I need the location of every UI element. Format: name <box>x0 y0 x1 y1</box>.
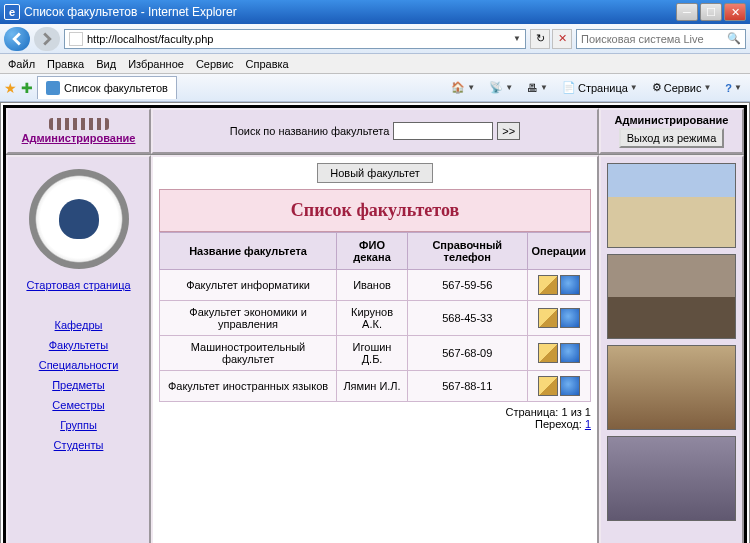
col-phone: Справочный телефон <box>407 233 527 270</box>
print-icon: 🖶 <box>527 82 538 94</box>
arrow-right-icon <box>40 32 54 46</box>
address-bar[interactable]: ▼ <box>64 29 526 49</box>
page-favicon-icon <box>69 32 83 46</box>
cmd-print-button[interactable]: 🖶▼ <box>523 80 552 96</box>
search-panel: Поиск по названию факультета >> <box>151 108 599 154</box>
nav-back-button[interactable] <box>4 27 30 51</box>
edit-icon[interactable] <box>538 308 558 328</box>
chain-icon <box>49 118 109 130</box>
menu-favorites[interactable]: Избранное <box>122 56 190 72</box>
window-maximize-button[interactable]: ☐ <box>700 3 722 21</box>
cell-ops <box>527 301 590 336</box>
cmd-page-button[interactable]: 📄Страница▼ <box>558 79 642 96</box>
delete-icon[interactable] <box>560 343 580 363</box>
sidebar-photo-3 <box>607 345 736 430</box>
sidebar-photo-4 <box>607 436 736 521</box>
col-dean: ФИО декана <box>337 233 408 270</box>
cell-phone: 568-45-33 <box>407 301 527 336</box>
col-ops: Операции <box>527 233 590 270</box>
faculty-search-input[interactable] <box>393 122 493 140</box>
window-minimize-button[interactable]: ─ <box>676 3 698 21</box>
table-row: Машиностроительный факультетИгошин Д.Б.5… <box>160 336 591 371</box>
address-input[interactable] <box>87 33 509 45</box>
pager-page-info: Страница: 1 из 1 <box>505 406 591 418</box>
admin-mode-title: Администрирование <box>615 114 729 126</box>
cmd-help-button[interactable]: ?▼ <box>721 80 746 96</box>
add-favorite-button[interactable]: ✚ <box>21 80 33 96</box>
tab-title: Список факультетов <box>64 82 168 94</box>
stop-button[interactable]: ✕ <box>552 29 572 49</box>
col-name: Название факультета <box>160 233 337 270</box>
cmd-feeds-button[interactable]: 📡▼ <box>485 79 517 96</box>
cell-name: Машиностроительный факультет <box>160 336 337 371</box>
list-title: Список факультетов <box>291 200 459 220</box>
cell-dean: Лямин И.Л. <box>337 371 408 402</box>
sidebar-photo-2 <box>607 254 736 339</box>
home-icon: 🏠 <box>451 81 465 94</box>
admin-link[interactable]: Администрирование <box>22 132 136 144</box>
menu-view[interactable]: Вид <box>90 56 122 72</box>
cell-name: Факультет информатики <box>160 270 337 301</box>
pager-goto-label: Переход: <box>535 418 582 430</box>
address-dropdown-icon[interactable]: ▼ <box>513 34 521 43</box>
cmd-home-button[interactable]: 🏠▼ <box>447 79 479 96</box>
cell-phone: 567-59-56 <box>407 270 527 301</box>
table-row: Факультет информатикиИванов567-59-56 <box>160 270 591 301</box>
edit-icon[interactable] <box>538 343 558 363</box>
list-title-box: Список факультетов <box>159 189 591 232</box>
table-row: Факультет экономики и управленияКирунов … <box>160 301 591 336</box>
browser-search-box[interactable]: 🔍 <box>576 29 746 49</box>
nav-students[interactable]: Студенты <box>12 439 145 451</box>
delete-icon[interactable] <box>560 376 580 396</box>
window-close-button[interactable]: ✕ <box>724 3 746 21</box>
new-faculty-button[interactable]: Новый факультет <box>317 163 432 183</box>
cell-phone: 567-88-11 <box>407 371 527 402</box>
cmd-tools-button[interactable]: ⚙Сервис▼ <box>648 79 716 96</box>
nav-semesters[interactable]: Семестры <box>12 399 145 411</box>
nav-faculties[interactable]: Факультеты <box>12 339 145 351</box>
arrow-left-icon <box>10 32 24 46</box>
admin-mode-box: Администрирование Выход из режима <box>599 108 744 154</box>
search-icon[interactable]: 🔍 <box>727 32 741 45</box>
cell-ops <box>527 371 590 402</box>
stop-icon: ✕ <box>558 32 567 45</box>
menu-help[interactable]: Справка <box>240 56 295 72</box>
university-logo <box>29 169 129 269</box>
cell-ops <box>527 270 590 301</box>
gear-icon: ⚙ <box>652 81 662 94</box>
edit-icon[interactable] <box>538 376 558 396</box>
feed-icon: 📡 <box>489 81 503 94</box>
menu-edit[interactable]: Правка <box>41 56 90 72</box>
left-sidebar: Стартовая страница Кафедры Факультеты Сп… <box>6 155 151 543</box>
pager: Страница: 1 из 1 Переход: 1 <box>159 406 591 430</box>
nav-subjects[interactable]: Предметы <box>12 379 145 391</box>
menu-tools[interactable]: Сервис <box>190 56 240 72</box>
menu-file[interactable]: Файл <box>2 56 41 72</box>
edit-icon[interactable] <box>538 275 558 295</box>
sidebar-photo-1 <box>607 163 736 248</box>
faculty-search-go-button[interactable]: >> <box>497 122 520 140</box>
refresh-button[interactable]: ↻ <box>530 29 550 49</box>
pager-goto-link[interactable]: 1 <box>585 418 591 430</box>
browser-search-input[interactable] <box>581 33 727 45</box>
nav-specialties[interactable]: Специальности <box>12 359 145 371</box>
nav-forward-button[interactable] <box>34 27 60 51</box>
page-icon: 📄 <box>562 81 576 94</box>
browser-tab[interactable]: Список факультетов <box>37 76 177 99</box>
cell-dean: Кирунов А.К. <box>337 301 408 336</box>
cell-dean: Иванов <box>337 270 408 301</box>
delete-icon[interactable] <box>560 308 580 328</box>
main-content: Новый факультет Список факультетов Назва… <box>151 155 599 543</box>
nav-groups[interactable]: Группы <box>12 419 145 431</box>
nav-start[interactable]: Стартовая страница <box>12 279 145 291</box>
nav-departments[interactable]: Кафедры <box>12 319 145 331</box>
delete-icon[interactable] <box>560 275 580 295</box>
tab-favicon-icon <box>46 81 60 95</box>
help-icon: ? <box>725 82 732 94</box>
cell-name: Факультет иностранных языков <box>160 371 337 402</box>
right-sidebar <box>599 155 744 543</box>
favorites-star-button[interactable]: ★ <box>4 80 17 96</box>
search-label: Поиск по названию факультета <box>230 125 390 137</box>
logout-button[interactable]: Выход из режима <box>619 128 725 148</box>
admin-link-box: Администрирование <box>6 108 151 154</box>
